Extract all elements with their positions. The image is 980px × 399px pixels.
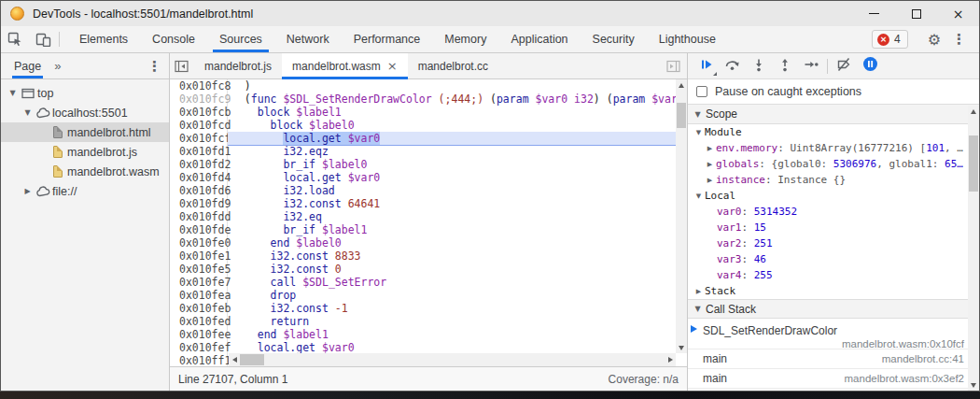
sidebar-vertical-scrollbar[interactable] (968, 106, 979, 391)
source-code-viewer[interactable]: 0x010fc80x010fc90x010fcb0x010fcd0x010fcf… (170, 79, 687, 366)
step-button[interactable] (798, 54, 824, 78)
line-address[interactable]: 0x010fd2 (175, 158, 227, 171)
line-address[interactable]: 0x010fd1 (175, 145, 227, 158)
scope-section-module[interactable]: ▼Module (688, 124, 979, 140)
code-line[interactable]: local.get $var0 (228, 171, 687, 184)
scroll-down-arrow[interactable] (968, 379, 979, 391)
code-line[interactable]: i32.load (228, 184, 687, 197)
pause-on-caught-exceptions-checkbox[interactable] (696, 86, 707, 97)
code-line[interactable]: br_if $label0 (228, 158, 687, 171)
editor-tab-mandelbrot-js[interactable]: mandelbrot.js (194, 53, 282, 78)
tree-item-top[interactable]: ▼top (1, 83, 169, 103)
tree-item-mandelbrot-js[interactable]: mandelbrot.js (1, 142, 169, 162)
panel-tab-sources[interactable]: Sources (207, 26, 274, 52)
line-address[interactable]: 0x010fd9 (175, 197, 227, 210)
horizontal-scroll-thumb[interactable] (240, 354, 264, 365)
chevron-down-icon[interactable]: ▼ (7, 89, 19, 97)
panel-tab-application[interactable]: Application (498, 26, 580, 52)
editor-horizontal-scrollbar[interactable] (229, 353, 676, 366)
code-line[interactable]: block $label0 (228, 119, 687, 132)
line-address[interactable]: 0x010fc9 (175, 93, 227, 106)
tree-item-file-[interactable]: ▶file:// (1, 181, 169, 201)
line-address[interactable]: 0x010fe7 (175, 276, 227, 289)
line-address[interactable]: 0x010fd4 (175, 171, 227, 184)
scroll-right-arrow[interactable] (665, 354, 676, 365)
code-line[interactable]: i32.eqz (228, 145, 687, 158)
tree-item-localhost-5501[interactable]: ▼localhost:5501 (1, 103, 169, 122)
step-out-button[interactable] (772, 54, 798, 78)
chevron-down-icon[interactable]: ▼ (21, 108, 34, 117)
code-lines[interactable]: ) (func $SDL_SetRenderDrawColor (;444;) … (228, 79, 687, 366)
line-address[interactable]: 0x010fd6 (175, 184, 227, 197)
console-errors-button[interactable]: × 4 (872, 30, 908, 49)
panel-tab-memory[interactable]: Memory (432, 26, 498, 52)
panel-tab-elements[interactable]: Elements (67, 26, 140, 52)
scope-variable-globals[interactable]: ▶globals: {global0: 5306976, global1: 65… (688, 156, 979, 172)
device-toolbar-button[interactable] (29, 26, 57, 52)
step-over-button[interactable] (720, 54, 746, 78)
code-line[interactable]: end $label0 (228, 236, 687, 249)
line-address[interactable]: 0x010fef (175, 341, 227, 354)
scope-section-header[interactable]: ▼ Scope (688, 105, 979, 124)
scroll-left-arrow[interactable] (229, 354, 240, 365)
settings-gear-icon[interactable]: ⚙ (928, 31, 941, 49)
scope-variable-env-memory[interactable]: ▶env.memory: Uint8Array(16777216) [101, … (688, 140, 979, 156)
vertical-scroll-thumb[interactable] (969, 135, 978, 192)
line-address[interactable]: 0x010fe1 (175, 249, 227, 263)
line-address[interactable]: 0x010feb (175, 302, 227, 315)
code-line[interactable]: end $label1 (228, 328, 687, 341)
call-stack-frame-main[interactable]: mainmandelbrot.wasm:0x3ef2 (688, 369, 979, 389)
tree-item-mandelbrot-html[interactable]: mandelbrot.html (1, 122, 169, 142)
maximize-button[interactable] (895, 1, 937, 26)
more-tabs-icon[interactable]: » (54, 59, 61, 73)
scope-section-stack[interactable]: ▶Stack (688, 283, 979, 299)
code-line[interactable]: i32.eq (228, 210, 687, 223)
code-line[interactable]: i32.const -1 (228, 302, 687, 315)
close-button[interactable]: × (937, 1, 979, 26)
vertical-scroll-thumb[interactable] (677, 103, 686, 128)
pause-on-exceptions-button[interactable] (857, 54, 883, 78)
code-line[interactable]: (func $SDL_SetRenderDrawColor (;444;) (p… (228, 93, 687, 106)
more-menu-icon[interactable]: ⋮ (952, 31, 966, 48)
editor-vertical-scrollbar[interactable] (676, 79, 687, 353)
line-number-gutter[interactable]: 0x010fc80x010fc90x010fcb0x010fcd0x010fcf… (170, 79, 228, 366)
tree-item-mandelbrot-wasm[interactable]: mandelbrot.wasm (1, 162, 169, 181)
chevron-right-icon[interactable]: ▶ (21, 187, 34, 195)
code-line[interactable]: br_if $label1 (228, 223, 687, 236)
call-stack-frame-main[interactable]: mainmandelbrot.cc:41 (688, 349, 979, 369)
line-address[interactable]: 0x010fea (175, 289, 227, 302)
line-address[interactable]: 0x010fcb (175, 106, 227, 119)
panel-tab-performance[interactable]: Performance (342, 26, 433, 52)
line-address[interactable]: 0x010fee (175, 328, 227, 341)
call-stack-section-header[interactable]: ▼ Call Stack (688, 299, 979, 319)
editor-tab-mandelbrot-wasm[interactable]: mandelbrot.wasm× (282, 53, 408, 78)
resume-button[interactable] (693, 54, 720, 78)
line-address[interactable]: 0x010fe5 (175, 263, 227, 276)
line-address[interactable]: 0x010fc8 (175, 79, 227, 93)
line-address[interactable]: 0x010ff1 (175, 354, 227, 367)
pause-on-caught-exceptions-row[interactable]: Pause on caught exceptions (688, 79, 979, 105)
line-address[interactable]: 0x010fcf (175, 132, 227, 145)
show-more-tabs-button[interactable] (661, 53, 685, 78)
line-address[interactable]: 0x010fed (175, 315, 227, 328)
code-line[interactable]: block $label1 (228, 106, 687, 119)
code-line[interactable]: drop (228, 289, 687, 302)
line-address[interactable]: 0x010fdd (175, 210, 227, 223)
scroll-up-arrow[interactable] (968, 106, 979, 117)
deactivate-breakpoints-button[interactable] (831, 54, 857, 78)
code-line[interactable]: ) (228, 79, 687, 93)
close-tab-icon[interactable]: × (387, 59, 398, 73)
code-line[interactable]: return (228, 315, 687, 328)
scope-section-local[interactable]: ▼Local (688, 188, 979, 204)
scroll-up-arrow[interactable] (676, 79, 687, 91)
line-address[interactable]: 0x010fde (175, 223, 227, 236)
panel-tab-console[interactable]: Console (140, 26, 207, 52)
navigator-menu-icon[interactable]: ⋮ (147, 58, 161, 75)
code-line[interactable]: i32.const 8833 (228, 249, 687, 263)
line-address[interactable]: 0x010fcd (175, 119, 227, 132)
scope-variable-instance[interactable]: ▶instance: Instance {} (688, 172, 979, 188)
current-execution-line[interactable]: local.get $var0 (228, 132, 687, 145)
code-line[interactable]: i32.const 0 (228, 263, 687, 276)
editor-tab-mandelbrot-cc[interactable]: mandelbrot.cc (408, 53, 498, 78)
code-line[interactable]: local.get $var0 (228, 341, 687, 354)
